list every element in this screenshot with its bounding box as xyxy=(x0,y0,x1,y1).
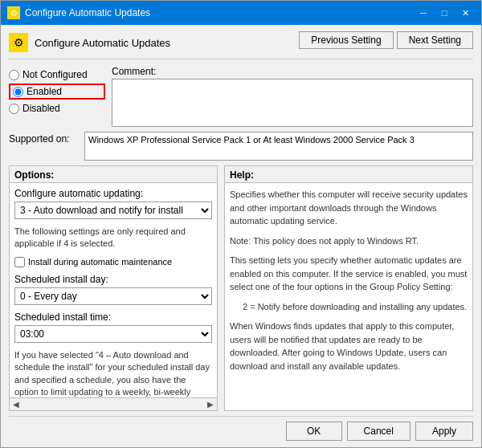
scheduled-day-select[interactable]: 0 - Every day xyxy=(14,287,212,305)
options-scroll-bar: ◀ ▶ xyxy=(10,397,217,410)
maintenance-checkbox[interactable] xyxy=(14,257,25,267)
supported-label: Supported on: xyxy=(9,133,80,145)
extra-text: If you have selected "4 – Auto download … xyxy=(14,349,212,397)
apply-button[interactable]: Apply xyxy=(415,422,473,441)
previous-setting-button[interactable]: Previous Setting xyxy=(299,31,393,49)
configure-label: Configure automatic updating: xyxy=(14,188,212,199)
middle-section: Options: Configure automatic updating: 3… xyxy=(9,165,473,411)
options-title: Options: xyxy=(10,166,217,183)
minimize-button[interactable]: ─ xyxy=(414,5,433,21)
main-window: ⚙ Configure Automatic Updates ─ □ ✕ ⚙ Co… xyxy=(0,0,482,448)
help-panel: Help: Specifies whether this computer wi… xyxy=(224,165,473,411)
top-toolbar: Previous Setting Next Setting xyxy=(299,31,473,49)
scroll-right-arrow[interactable]: ▶ xyxy=(207,400,214,409)
scheduled-time-group: Scheduled install time: 03:00 xyxy=(14,312,212,343)
title-bar-text: Configure Automatic Updates xyxy=(25,7,414,18)
help-para-1: Specifies whether this computer will rec… xyxy=(230,188,468,228)
window-icon: ⚙ xyxy=(7,6,20,19)
title-bar: ⚙ Configure Automatic Updates ─ □ ✕ xyxy=(1,1,481,25)
next-setting-button[interactable]: Next Setting xyxy=(397,31,473,49)
scheduled-day-label: Scheduled install day: xyxy=(14,274,212,285)
supported-section: Supported on: Windows XP Professional Se… xyxy=(9,132,473,161)
checkbox-group: Install during automatic maintenance xyxy=(14,257,212,267)
help-para-2: Note: This policy does not apply to Wind… xyxy=(230,234,468,248)
help-para-3: This setting lets you specify whether au… xyxy=(230,254,468,294)
header-title: Configure Automatic Updates xyxy=(35,37,170,49)
scheduled-day-group: Scheduled install day: 0 - Every day xyxy=(14,274,212,305)
comment-section: Comment: xyxy=(112,66,473,127)
window-header: ⚙ Configure Automatic Updates Previous S… xyxy=(9,31,473,59)
checkbox-label: Install during automatic maintenance xyxy=(28,257,172,267)
options-inner[interactable]: Configure automatic updating: 3 - Auto d… xyxy=(10,183,217,397)
close-button[interactable]: ✕ xyxy=(455,5,475,21)
options-panel: Options: Configure automatic updating: 3… xyxy=(9,165,218,411)
header-icon: ⚙ xyxy=(9,33,28,52)
enabled-label: Enabled xyxy=(27,86,62,97)
help-para-5: When Windows finds updates that apply to… xyxy=(230,320,468,373)
not-configured-option[interactable]: Not Configured xyxy=(9,69,105,80)
disabled-option[interactable]: Disabled xyxy=(9,103,105,114)
help-title: Help: xyxy=(225,166,472,183)
comment-label: Comment: xyxy=(112,66,473,77)
configure-select[interactable]: 3 - Auto download and notify for install xyxy=(14,202,212,219)
radio-options: Not Configured Enabled Disabled xyxy=(9,66,105,127)
enabled-radio[interactable] xyxy=(13,87,23,97)
cancel-button[interactable]: Cancel xyxy=(347,422,411,441)
top-section: Not Configured Enabled Disabled Comment: xyxy=(9,66,473,127)
help-content[interactable]: Specifies whether this computer will rec… xyxy=(225,183,472,410)
scheduled-time-select[interactable]: 03:00 xyxy=(14,325,212,343)
info-text: The following settings are only required… xyxy=(14,226,212,250)
title-bar-controls: ─ □ ✕ xyxy=(414,5,475,21)
configure-group: Configure automatic updating: 3 - Auto d… xyxy=(14,188,212,219)
not-configured-label: Not Configured xyxy=(22,69,88,80)
not-configured-radio[interactable] xyxy=(9,70,19,80)
comment-textarea[interactable] xyxy=(112,79,473,127)
bottom-buttons: OK Cancel Apply xyxy=(9,416,473,441)
scheduled-time-label: Scheduled install time: xyxy=(14,312,212,323)
help-para-4: 2 = Notify before downloading and instal… xyxy=(243,300,468,314)
supported-value: Windows XP Professional Service Pack 1 o… xyxy=(84,132,473,161)
enabled-option[interactable]: Enabled xyxy=(9,83,105,100)
scroll-left-arrow[interactable]: ◀ xyxy=(13,400,19,409)
window-content: ⚙ Configure Automatic Updates Previous S… xyxy=(1,25,481,447)
disabled-label: Disabled xyxy=(22,103,60,114)
maximize-button[interactable]: □ xyxy=(435,5,454,21)
ok-button[interactable]: OK xyxy=(286,422,342,441)
disabled-radio[interactable] xyxy=(9,104,19,114)
